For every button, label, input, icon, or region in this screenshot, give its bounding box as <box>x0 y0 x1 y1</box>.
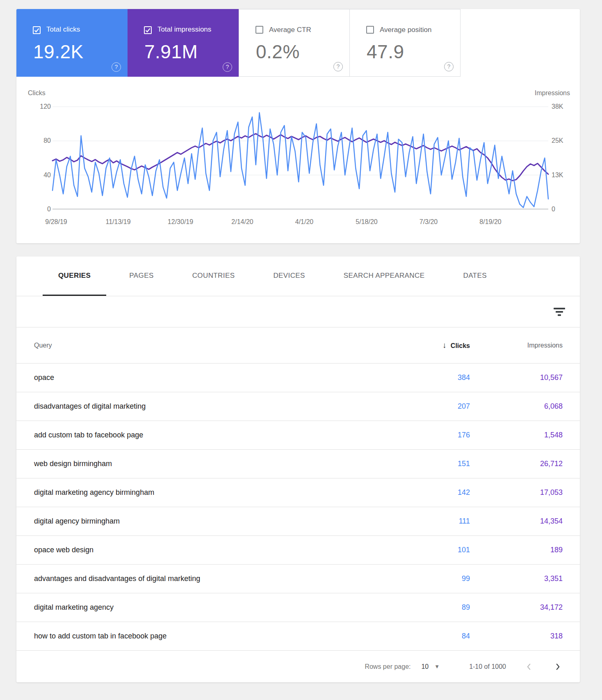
filter-list-icon[interactable] <box>554 308 565 316</box>
query-column-header[interactable]: Query <box>16 342 404 349</box>
query-cell: disadvantages of digital marketing <box>16 402 404 411</box>
query-cell: opace web design <box>16 546 404 554</box>
checked-checkbox-icon[interactable] <box>33 26 41 34</box>
query-cell: digital marketing agency <box>16 603 404 612</box>
pagination-bar: Rows per page: 10 ▼ 1-10 of 1000 <box>16 651 580 682</box>
table-row[interactable]: how to add custom tab in facebook page 8… <box>16 622 580 651</box>
table-row[interactable]: digital marketing agency birmingham 142 … <box>16 478 580 507</box>
impressions-cell: 6,068 <box>470 402 563 411</box>
impressions-cell: 17,053 <box>470 488 563 497</box>
right-ytick: 13K <box>552 171 580 180</box>
help-icon[interactable]: ? <box>223 62 232 72</box>
clicks-cell: 176 <box>404 431 470 439</box>
right-ytick: 38K <box>552 102 580 111</box>
table-row[interactable]: add custom tab to facebook page 176 1,54… <box>16 421 580 450</box>
x-axis-label: 2/14/20 <box>222 218 263 226</box>
query-cell: web design birmingham <box>16 460 404 468</box>
table-row[interactable]: web design birmingham 151 26,712 <box>16 450 580 478</box>
query-cell: digital agency birmingham <box>16 517 404 526</box>
tab-pages[interactable]: PAGES <box>114 256 169 296</box>
dimensions-panel: QUERIES PAGES COUNTRIES DEVICES SEARCH A… <box>16 256 580 682</box>
average-ctr-card[interactable]: Average CTR 0.2% ? <box>239 9 350 77</box>
x-axis-label: 5/18/20 <box>346 218 387 226</box>
tab-devices[interactable]: DEVICES <box>258 256 320 296</box>
total-clicks-value: 19.2K <box>33 41 128 63</box>
average-ctr-value: 0.2% <box>256 41 349 63</box>
clicks-cell: 89 <box>404 603 470 612</box>
x-axis-label: 4/1/20 <box>284 218 325 226</box>
clicks-cell: 84 <box>404 632 470 641</box>
x-axis-label: 11/13/19 <box>98 218 139 226</box>
impressions-cell: 26,712 <box>470 460 563 468</box>
x-axis-label: 7/3/20 <box>408 218 449 226</box>
x-axis-label: 8/19/20 <box>470 218 511 226</box>
query-cell: add custom tab to facebook page <box>16 431 404 439</box>
help-icon[interactable]: ? <box>444 62 454 71</box>
unchecked-checkbox-icon[interactable] <box>366 26 374 34</box>
table-row[interactable]: disadvantages of digital marketing 207 6… <box>16 392 580 421</box>
next-page-button[interactable] <box>552 661 563 673</box>
clicks-cell: 384 <box>404 373 470 382</box>
checked-checkbox-icon[interactable] <box>144 26 152 34</box>
unchecked-checkbox-icon[interactable] <box>255 26 263 34</box>
help-icon[interactable]: ? <box>333 62 343 71</box>
impressions-cell: 189 <box>470 546 563 554</box>
clicks-impressions-line-chart[interactable] <box>52 107 548 209</box>
table-row[interactable]: opace 384 10,567 <box>16 364 580 392</box>
tab-queries[interactable]: QUERIES <box>43 256 106 296</box>
total-clicks-card[interactable]: Total clicks 19.2K ? <box>16 9 128 77</box>
tab-search-appearance[interactable]: SEARCH APPEARANCE <box>328 256 440 296</box>
table-row[interactable]: digital agency birmingham 111 14,354 <box>16 507 580 536</box>
card-label: Total impressions <box>157 25 211 33</box>
impressions-cell: 10,567 <box>470 373 563 382</box>
impressions-column-header[interactable]: Impressions <box>470 342 563 349</box>
x-axis-label: 9/28/19 <box>36 218 77 226</box>
sort-desc-icon: ↓ <box>442 341 447 350</box>
right-ytick: 0 <box>552 205 580 214</box>
query-cell: how to add custom tab in facebook page <box>16 632 404 641</box>
query-cell: opace <box>16 373 404 382</box>
average-position-card[interactable]: Average position 47.9 ? <box>349 9 461 77</box>
total-impressions-card[interactable]: Total impressions 7.91M ? <box>128 9 239 77</box>
left-ytick: 80 <box>28 136 51 145</box>
dropdown-arrow-icon[interactable]: ▼ <box>434 663 440 670</box>
impressions-cell: 1,548 <box>470 431 563 439</box>
table-filter-row <box>16 296 580 327</box>
clicks-cell: 99 <box>404 574 470 583</box>
performance-panel: Total clicks 19.2K ? Total impressions 7… <box>16 9 580 243</box>
page-range-label: 1-10 of 1000 <box>469 663 506 670</box>
average-position-value: 47.9 <box>367 41 460 63</box>
clicks-cell: 111 <box>404 517 470 526</box>
rows-per-page-select[interactable]: 10 <box>421 663 429 670</box>
dimension-tabs: QUERIES PAGES COUNTRIES DEVICES SEARCH A… <box>16 256 580 296</box>
left-ytick: 120 <box>28 102 51 111</box>
table-header-row: Query ↓Clicks Impressions <box>16 327 580 364</box>
clicks-cell: 101 <box>404 546 470 554</box>
tab-countries[interactable]: COUNTRIES <box>177 256 251 296</box>
left-ytick: 40 <box>28 171 51 180</box>
card-label: Average CTR <box>269 26 311 34</box>
previous-page-button[interactable] <box>523 661 535 673</box>
help-icon[interactable]: ? <box>112 62 121 72</box>
impressions-cell: 14,354 <box>470 517 563 526</box>
query-cell: digital marketing agency birmingham <box>16 488 404 497</box>
impressions-cell: 318 <box>470 632 563 641</box>
clicks-column-header[interactable]: ↓Clicks <box>404 341 470 350</box>
impressions-cell: 34,172 <box>470 603 563 612</box>
query-cell: advantages and disadvantages of digital … <box>16 574 404 583</box>
left-ytick: 0 <box>28 205 51 214</box>
rows-per-page-label: Rows per page: <box>365 663 410 670</box>
impressions-cell: 3,351 <box>470 574 563 583</box>
tab-dates[interactable]: DATES <box>447 256 502 296</box>
right-axis-title: Impressions <box>535 89 570 97</box>
clicks-cell: 142 <box>404 488 470 497</box>
card-label: Average position <box>380 26 431 34</box>
table-row[interactable]: digital marketing agency 89 34,172 <box>16 593 580 622</box>
right-ytick: 25K <box>552 136 580 145</box>
card-label: Total clicks <box>46 25 80 33</box>
x-axis-label: 12/30/19 <box>160 218 201 226</box>
table-row[interactable]: opace web design 101 189 <box>16 536 580 565</box>
table-row[interactable]: advantages and disadvantages of digital … <box>16 565 580 593</box>
clicks-cell: 151 <box>404 460 470 468</box>
left-axis-title: Clicks <box>28 89 46 97</box>
